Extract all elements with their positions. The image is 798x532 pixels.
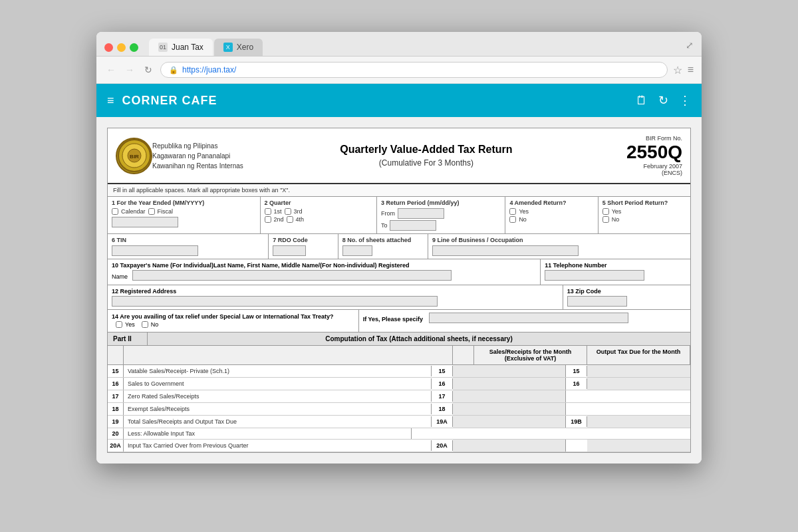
col-output-header: Output Tax Due for the Month — [587, 346, 690, 364]
form-number-box: BIR Form No. 2550Q February 2007 (ENCS) — [609, 135, 682, 176]
menu-icon[interactable]: ≡ — [688, 64, 694, 76]
part2-title: Computation of Tax (Attach additional sh… — [148, 332, 690, 345]
q1-checkbox[interactable] — [265, 208, 271, 215]
more-menu-icon[interactable]: ⋮ — [679, 93, 691, 108]
bir-logo: BIR — [116, 138, 152, 174]
zip-code-input[interactable] — [567, 296, 627, 307]
return-period-from[interactable] — [398, 208, 444, 219]
rdo-code-input[interactable] — [273, 245, 306, 256]
field-6: 6 TIN — [108, 234, 269, 259]
url-text: https://juan.tax/ — [182, 65, 236, 74]
form-date: February 2007 — [609, 163, 682, 170]
q3-checkbox[interactable] — [285, 208, 291, 215]
tax-relief-yes[interactable] — [116, 321, 122, 328]
row15-output-input[interactable] — [587, 365, 690, 377]
form-main-title: Quarterly Value-Added Tax Return — [243, 144, 609, 156]
calendar-checkbox[interactable] — [112, 208, 118, 215]
taxpayer-name-input[interactable] — [132, 270, 452, 281]
tax-relief-specify-input[interactable] — [429, 313, 628, 323]
data-row-18: 18 Exempt Sales/Receipts 18 — [108, 403, 690, 416]
form-row-12-13: 12 Registered Address 13 Zip Code — [108, 285, 690, 310]
browser-tabs: 01 Juan Tax X Xero — [149, 39, 263, 56]
form-number: 2550Q — [609, 142, 682, 163]
form-row-14: 14 Are you availing of tax relief under … — [108, 310, 690, 332]
row19-sales-input[interactable] — [453, 416, 565, 428]
short-period-yes[interactable] — [602, 208, 609, 215]
year-ended-input[interactable] — [112, 217, 178, 227]
row16-output-input[interactable] — [587, 378, 690, 390]
form-instructions: Fill in all applicable spaces. Mark all … — [108, 184, 690, 197]
col-sales-header: Sales/Receipts for the Month (Exclusive … — [474, 346, 587, 364]
telephone-input[interactable] — [545, 270, 644, 281]
form-subtitle: (Cumulative For 3 Months) — [243, 158, 609, 168]
q4-checkbox[interactable] — [287, 216, 293, 223]
field-2: 2 Quarter 1st 3rd 2nd 4th — [261, 197, 377, 233]
data-row-20a: 20A Input Tax Carried Over from Previous… — [108, 440, 690, 452]
field-8: 8 No. of sheets attached — [338, 234, 428, 259]
amended-no[interactable] — [509, 216, 516, 223]
field-4: 4 Amended Return? Yes No — [505, 197, 598, 233]
form-row-6-9: 6 TIN 7 RDO Code 8 No. of sheets attache… — [108, 234, 690, 259]
row20a-output-input[interactable] — [587, 440, 690, 452]
part2-header-row: Part II Computation of Tax (Attach addit… — [108, 332, 690, 346]
short-period-no[interactable] — [602, 216, 609, 223]
browser-window: 01 Juan Tax X Xero ← → ↻ 🔒 https://juan.… — [96, 32, 702, 464]
field-7: 7 RDO Code — [269, 234, 338, 259]
address-bar[interactable]: 🔒 https://juan.tax/ — [160, 62, 668, 78]
tin-input[interactable] — [112, 245, 198, 256]
fiscal-checkbox[interactable] — [148, 208, 155, 215]
star-icon[interactable]: ☆ — [673, 64, 682, 76]
form-agency: Republika ng Pilipinas Kagawaran ng Pana… — [152, 141, 243, 171]
field-11: 11 Telephone Number — [541, 259, 690, 285]
address-input[interactable] — [112, 296, 438, 307]
traffic-lights — [104, 43, 138, 52]
app-header: ≡ CORNER CAFE 🗒 ↻ ⋮ — [96, 84, 702, 117]
tab-label-juan: Juan Tax — [172, 43, 203, 52]
row20a-sales-input[interactable] — [453, 440, 565, 452]
back-button[interactable]: ← — [104, 63, 118, 76]
form-row-1-5: 1 For the Year Ended (MM/YYYY) Calendar … — [108, 197, 690, 234]
row16-sales-input[interactable] — [453, 378, 565, 390]
form-encs: (ENCS) — [609, 170, 682, 176]
row18-sales-input[interactable] — [453, 403, 565, 415]
close-button[interactable] — [104, 43, 113, 52]
form-row-10-11: 10 Taxpayer's Name (For Individual)Last … — [108, 259, 690, 285]
tab-juan-tax[interactable]: 01 Juan Tax — [149, 39, 213, 56]
col-headers: Sales/Receipts for the Month (Exclusive … — [108, 346, 690, 365]
reload-button[interactable]: ↻ — [142, 63, 155, 76]
data-row-19: 19 Total Sales/Receipts and Output Tax D… — [108, 416, 690, 428]
hamburger-menu[interactable]: ≡ — [107, 94, 114, 108]
row17-sales-input[interactable] — [453, 390, 565, 402]
field-14-specify: If Yes, Please specify — [359, 310, 690, 332]
browser-toolbar: ← → ↻ 🔒 https://juan.tax/ ☆ ≡ — [96, 57, 702, 84]
clipboard-icon[interactable]: 🗒 — [636, 94, 648, 108]
data-row-17: 17 Zero Rated Sales/Receipts 17 — [108, 390, 690, 403]
field-5: 5 Short Period Return? Yes No — [598, 197, 690, 233]
refresh-icon[interactable]: ↻ — [658, 93, 668, 108]
form-header: BIR Republika ng Pilipinas Kagawaran ng … — [108, 128, 690, 184]
expand-icon[interactable]: ⤢ — [686, 40, 694, 51]
row19-output-input[interactable] — [587, 416, 690, 428]
tab-xero[interactable]: X Xero — [214, 39, 263, 56]
data-row-20: 20 Less: Allowable Input Tax — [108, 428, 690, 440]
field-14: 14 Are you availing of tax relief under … — [108, 310, 359, 332]
app-header-left: ≡ CORNER CAFE — [107, 94, 217, 108]
toolbar-right: ☆ ≡ — [673, 64, 694, 76]
lob-input[interactable] — [432, 245, 579, 256]
field-1: 1 For the Year Ended (MM/YYYY) Calendar … — [108, 197, 261, 233]
field-9: 9 Line of Business / Occupation — [428, 234, 690, 259]
form-number-label: BIR Form No. — [609, 135, 682, 142]
return-period-to[interactable] — [390, 220, 436, 231]
forward-button[interactable]: → — [123, 63, 136, 76]
sheets-input[interactable] — [342, 245, 372, 256]
field-12: 12 Registered Address — [108, 285, 563, 309]
browser-titlebar: 01 Juan Tax X Xero — [96, 32, 702, 57]
maximize-button[interactable] — [130, 43, 138, 52]
row15-sales-input[interactable] — [453, 365, 565, 377]
minimize-button[interactable] — [117, 43, 126, 52]
field-10: 10 Taxpayer's Name (For Individual)Last … — [108, 259, 541, 285]
amended-yes[interactable] — [509, 208, 516, 215]
data-row-16: 16 Sales to Government 16 16 — [108, 378, 690, 390]
q2-checkbox[interactable] — [265, 216, 271, 223]
tax-relief-no[interactable] — [142, 321, 148, 328]
